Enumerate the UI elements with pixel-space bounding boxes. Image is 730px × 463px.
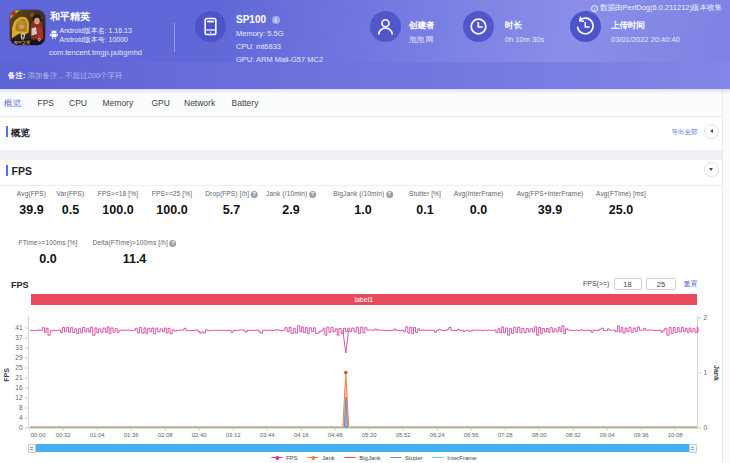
svg-text:09:36: 09:36 xyxy=(634,432,650,438)
svg-text:2: 2 xyxy=(704,314,708,321)
svg-text:33: 33 xyxy=(15,344,23,351)
svg-text:07:28: 07:28 xyxy=(498,432,514,438)
svg-text:4: 4 xyxy=(19,414,23,421)
svg-text:09:04: 09:04 xyxy=(600,432,616,438)
svg-text:0: 0 xyxy=(19,424,23,431)
svg-text:12: 12 xyxy=(15,394,23,401)
svg-text:03:12: 03:12 xyxy=(226,432,242,438)
svg-text:03:44: 03:44 xyxy=(260,432,276,438)
svg-text:37: 37 xyxy=(15,334,23,341)
svg-text:1: 1 xyxy=(704,369,708,376)
svg-text:04:48: 04:48 xyxy=(328,432,344,438)
svg-text:21: 21 xyxy=(15,374,23,381)
svg-text:FPS: FPS xyxy=(3,368,10,382)
svg-text:08:00: 08:00 xyxy=(532,432,548,438)
svg-text:25: 25 xyxy=(15,364,23,371)
svg-text:Jank: Jank xyxy=(713,365,720,381)
svg-text:0: 0 xyxy=(704,424,708,431)
svg-text:06:56: 06:56 xyxy=(464,432,480,438)
svg-text:06:24: 06:24 xyxy=(430,432,446,438)
svg-text:02:08: 02:08 xyxy=(158,432,174,438)
svg-text:02:40: 02:40 xyxy=(192,432,208,438)
svg-text:05:20: 05:20 xyxy=(362,432,378,438)
svg-text:16: 16 xyxy=(15,384,23,391)
svg-text:29: 29 xyxy=(15,354,23,361)
svg-text:01:04: 01:04 xyxy=(90,432,106,438)
svg-text:05:52: 05:52 xyxy=(396,432,412,438)
svg-text:10:08: 10:08 xyxy=(668,432,684,438)
svg-text:8: 8 xyxy=(19,404,23,411)
svg-text:00:32: 00:32 xyxy=(56,432,72,438)
svg-text:41: 41 xyxy=(15,324,23,331)
svg-text:01:36: 01:36 xyxy=(124,432,140,438)
svg-text:00:00: 00:00 xyxy=(31,432,47,438)
svg-text:08:32: 08:32 xyxy=(566,432,582,438)
svg-text:04:16: 04:16 xyxy=(294,432,310,438)
